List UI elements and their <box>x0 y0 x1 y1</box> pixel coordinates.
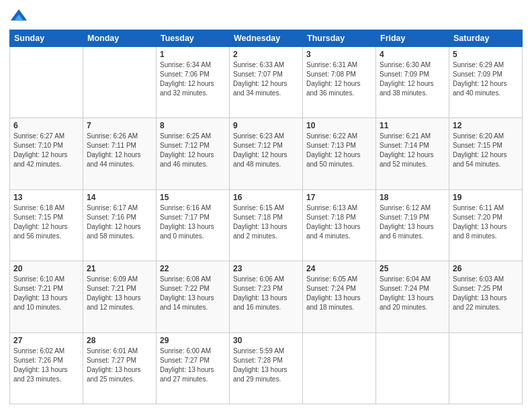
calendar-cell: 30Sunrise: 5:59 AM Sunset: 7:28 PM Dayli… <box>230 332 303 404</box>
day-info: Sunrise: 6:29 AM Sunset: 7:09 PM Dayligh… <box>453 60 519 98</box>
day-info: Sunrise: 6:16 AM Sunset: 7:17 PM Dayligh… <box>160 203 226 241</box>
calendar-cell: 28Sunrise: 6:01 AM Sunset: 7:27 PM Dayli… <box>83 332 157 404</box>
header-row: SundayMondayTuesdayWednesdayThursdayFrid… <box>10 30 523 47</box>
calendar-week-5: 27Sunrise: 6:02 AM Sunset: 7:26 PM Dayli… <box>10 332 523 404</box>
calendar-week-1: 1Sunrise: 6:34 AM Sunset: 7:06 PM Daylig… <box>10 47 523 118</box>
day-info: Sunrise: 6:00 AM Sunset: 7:27 PM Dayligh… <box>160 347 226 384</box>
page: SundayMondayTuesdayWednesdayThursdayFrid… <box>0 0 532 411</box>
calendar-header: SundayMondayTuesdayWednesdayThursdayFrid… <box>10 30 523 47</box>
day-number: 19 <box>453 193 519 202</box>
day-header-saturday: Saturday <box>449 30 523 47</box>
day-info: Sunrise: 6:09 AM Sunset: 7:21 PM Dayligh… <box>87 275 152 312</box>
logo-icon <box>9 7 28 26</box>
day-header-monday: Monday <box>83 30 157 47</box>
calendar-cell: 29Sunrise: 6:00 AM Sunset: 7:27 PM Dayli… <box>157 332 230 404</box>
day-number: 13 <box>13 193 79 202</box>
calendar-cell: 4Sunrise: 6:30 AM Sunset: 7:09 PM Daylig… <box>376 47 449 118</box>
calendar-cell: 1Sunrise: 6:34 AM Sunset: 7:06 PM Daylig… <box>157 47 230 118</box>
day-number: 8 <box>160 121 226 130</box>
day-number: 26 <box>453 264 519 273</box>
calendar-cell: 13Sunrise: 6:18 AM Sunset: 7:15 PM Dayli… <box>10 189 83 261</box>
day-info: Sunrise: 6:30 AM Sunset: 7:09 PM Dayligh… <box>380 60 445 98</box>
calendar-table: SundayMondayTuesdayWednesdayThursdayFrid… <box>9 30 523 404</box>
calendar-cell: 22Sunrise: 6:08 AM Sunset: 7:22 PM Dayli… <box>157 261 230 332</box>
calendar-cell: 9Sunrise: 6:23 AM Sunset: 7:12 PM Daylig… <box>230 118 303 189</box>
day-number: 7 <box>87 121 152 130</box>
calendar-cell: 14Sunrise: 6:17 AM Sunset: 7:16 PM Dayli… <box>83 189 157 261</box>
day-number: 25 <box>380 264 445 273</box>
day-info: Sunrise: 6:22 AM Sunset: 7:13 PM Dayligh… <box>306 132 372 169</box>
day-header-tuesday: Tuesday <box>157 30 230 47</box>
day-number: 3 <box>306 50 372 59</box>
day-info: Sunrise: 6:05 AM Sunset: 7:24 PM Dayligh… <box>306 275 372 312</box>
day-info: Sunrise: 6:13 AM Sunset: 7:18 PM Dayligh… <box>306 203 372 241</box>
day-info: Sunrise: 6:15 AM Sunset: 7:18 PM Dayligh… <box>233 203 299 241</box>
calendar-cell: 3Sunrise: 6:31 AM Sunset: 7:08 PM Daylig… <box>303 47 376 118</box>
calendar-week-3: 13Sunrise: 6:18 AM Sunset: 7:15 PM Dayli… <box>10 189 523 261</box>
calendar-cell: 17Sunrise: 6:13 AM Sunset: 7:18 PM Dayli… <box>303 189 376 261</box>
day-number: 24 <box>306 264 372 273</box>
calendar-cell: 7Sunrise: 6:26 AM Sunset: 7:11 PM Daylig… <box>83 118 157 189</box>
day-number: 4 <box>380 50 445 59</box>
day-header-sunday: Sunday <box>10 30 83 47</box>
calendar-cell: 24Sunrise: 6:05 AM Sunset: 7:24 PM Dayli… <box>303 261 376 332</box>
day-number: 12 <box>453 121 519 130</box>
calendar-cell: 23Sunrise: 6:06 AM Sunset: 7:23 PM Dayli… <box>230 261 303 332</box>
day-number: 17 <box>306 193 372 202</box>
calendar-cell <box>303 332 376 404</box>
day-number: 5 <box>453 50 519 59</box>
day-info: Sunrise: 6:12 AM Sunset: 7:19 PM Dayligh… <box>380 203 445 241</box>
calendar-cell: 6Sunrise: 6:27 AM Sunset: 7:10 PM Daylig… <box>10 118 83 189</box>
day-number: 14 <box>87 193 152 202</box>
day-info: Sunrise: 6:31 AM Sunset: 7:08 PM Dayligh… <box>306 60 372 98</box>
day-info: Sunrise: 6:10 AM Sunset: 7:21 PM Dayligh… <box>13 275 79 312</box>
day-info: Sunrise: 6:33 AM Sunset: 7:07 PM Dayligh… <box>233 60 299 98</box>
day-number: 29 <box>160 336 226 345</box>
day-info: Sunrise: 6:06 AM Sunset: 7:23 PM Dayligh… <box>233 275 299 312</box>
day-number: 11 <box>380 121 445 130</box>
calendar-cell <box>376 332 449 404</box>
day-number: 2 <box>233 50 299 59</box>
day-info: Sunrise: 6:21 AM Sunset: 7:14 PM Dayligh… <box>380 132 445 169</box>
day-info: Sunrise: 6:02 AM Sunset: 7:26 PM Dayligh… <box>13 347 79 384</box>
day-info: Sunrise: 6:04 AM Sunset: 7:24 PM Dayligh… <box>380 275 445 312</box>
day-number: 28 <box>87 336 152 345</box>
day-header-thursday: Thursday <box>303 30 376 47</box>
day-info: Sunrise: 6:23 AM Sunset: 7:12 PM Dayligh… <box>233 132 299 169</box>
day-number: 6 <box>13 121 79 130</box>
calendar-cell: 26Sunrise: 6:03 AM Sunset: 7:25 PM Dayli… <box>449 261 523 332</box>
calendar-cell: 27Sunrise: 6:02 AM Sunset: 7:26 PM Dayli… <box>10 332 83 404</box>
day-info: Sunrise: 6:27 AM Sunset: 7:10 PM Dayligh… <box>13 132 79 169</box>
day-info: Sunrise: 6:01 AM Sunset: 7:27 PM Dayligh… <box>87 347 152 384</box>
day-number: 27 <box>13 336 79 345</box>
calendar-week-4: 20Sunrise: 6:10 AM Sunset: 7:21 PM Dayli… <box>10 261 523 332</box>
day-info: Sunrise: 6:34 AM Sunset: 7:06 PM Dayligh… <box>160 60 226 98</box>
day-number: 23 <box>233 264 299 273</box>
calendar-week-2: 6Sunrise: 6:27 AM Sunset: 7:10 PM Daylig… <box>10 118 523 189</box>
day-info: Sunrise: 6:11 AM Sunset: 7:20 PM Dayligh… <box>453 203 519 241</box>
day-number: 9 <box>233 121 299 130</box>
day-info: Sunrise: 6:18 AM Sunset: 7:15 PM Dayligh… <box>13 203 79 241</box>
calendar-cell: 10Sunrise: 6:22 AM Sunset: 7:13 PM Dayli… <box>303 118 376 189</box>
calendar-cell: 18Sunrise: 6:12 AM Sunset: 7:19 PM Dayli… <box>376 189 449 261</box>
calendar-cell: 11Sunrise: 6:21 AM Sunset: 7:14 PM Dayli… <box>376 118 449 189</box>
day-number: 22 <box>160 264 226 273</box>
calendar-cell <box>449 332 523 404</box>
day-info: Sunrise: 6:25 AM Sunset: 7:12 PM Dayligh… <box>160 132 226 169</box>
day-header-friday: Friday <box>376 30 449 47</box>
calendar-cell: 2Sunrise: 6:33 AM Sunset: 7:07 PM Daylig… <box>230 47 303 118</box>
calendar-cell <box>83 47 157 118</box>
header <box>9 7 523 26</box>
calendar-cell: 8Sunrise: 6:25 AM Sunset: 7:12 PM Daylig… <box>157 118 230 189</box>
calendar-cell: 5Sunrise: 6:29 AM Sunset: 7:09 PM Daylig… <box>449 47 523 118</box>
day-info: Sunrise: 5:59 AM Sunset: 7:28 PM Dayligh… <box>233 347 299 384</box>
logo <box>9 7 31 26</box>
day-info: Sunrise: 6:26 AM Sunset: 7:11 PM Dayligh… <box>87 132 152 169</box>
calendar-cell <box>10 47 83 118</box>
calendar-cell: 12Sunrise: 6:20 AM Sunset: 7:15 PM Dayli… <box>449 118 523 189</box>
day-info: Sunrise: 6:03 AM Sunset: 7:25 PM Dayligh… <box>453 275 519 312</box>
calendar-cell: 19Sunrise: 6:11 AM Sunset: 7:20 PM Dayli… <box>449 189 523 261</box>
day-number: 20 <box>13 264 79 273</box>
day-info: Sunrise: 6:20 AM Sunset: 7:15 PM Dayligh… <box>453 132 519 169</box>
calendar-cell: 25Sunrise: 6:04 AM Sunset: 7:24 PM Dayli… <box>376 261 449 332</box>
